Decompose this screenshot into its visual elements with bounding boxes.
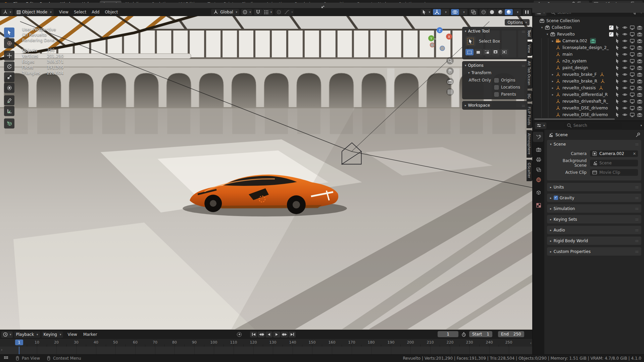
viewport-menu-item[interactable]: Select [71, 10, 89, 14]
disable-viewport-icon[interactable] [629, 99, 635, 104]
disable-render-icon[interactable] [637, 32, 643, 37]
mode-subtract[interactable] [483, 49, 491, 55]
selectable-icon[interactable] [614, 65, 621, 70]
hide-eye-icon[interactable] [622, 65, 628, 70]
properties-editor-type-button[interactable]: ▾ [535, 122, 546, 129]
outliner-row[interactable]: revuelto_chassis [533, 85, 644, 91]
checkbox[interactable] [494, 78, 499, 83]
hide-eye-icon[interactable] [622, 25, 628, 30]
shading-solid-button[interactable] [488, 9, 496, 15]
object-name[interactable]: revuelto_differential_R [562, 92, 608, 97]
panel-checkbox[interactable] [554, 196, 558, 200]
disable-viewport-icon[interactable] [629, 25, 635, 30]
hide-eye-icon[interactable] [622, 72, 628, 77]
object-name[interactable]: Scene Collection [546, 18, 580, 23]
chevron-down-icon[interactable]: ▾ [640, 124, 642, 127]
disable-render-icon[interactable] [637, 105, 643, 111]
object-name[interactable]: paint_design [562, 65, 588, 70]
properties-tab[interactable] [533, 165, 544, 175]
pan-hand-icon[interactable] [446, 67, 454, 75]
disable-viewport-icon[interactable] [629, 72, 635, 77]
object-name[interactable]: revuelto_brake_F [562, 72, 597, 77]
disable-viewport-icon[interactable] [629, 32, 635, 37]
affect-checkbox-row[interactable]: Parents [494, 92, 524, 97]
outliner-row[interactable]: main [533, 51, 644, 58]
expand-arrow-icon[interactable] [550, 93, 555, 96]
collection-checkbox[interactable] [609, 25, 613, 30]
shading-dropdown[interactable]: ▾ [513, 9, 521, 15]
object-name[interactable]: Revuelto [557, 32, 575, 37]
navigation-gizmo[interactable]: Z X Y [427, 25, 456, 55]
field-value[interactable]: Scene [590, 160, 638, 166]
disable-viewport-icon[interactable] [629, 85, 635, 91]
orientation-dropdown[interactable]: Global▾ [211, 9, 239, 15]
tool-transform[interactable] [4, 83, 14, 93]
outliner-row[interactable]: revuelto_brake_R [533, 78, 644, 85]
object-name[interactable]: revuelto_chassis [562, 86, 596, 90]
panel-header[interactable]: ▸ Keying Sets :::: [547, 215, 641, 223]
checkbox[interactable] [494, 85, 499, 90]
object-name[interactable]: Camera.002 [562, 39, 587, 43]
timeline-ruler[interactable]: 1020304050607080901001101201301401501601… [0, 339, 532, 347]
hide-eye-icon[interactable] [622, 105, 628, 111]
disable-render-icon[interactable] [637, 25, 643, 30]
timeline-menu-item[interactable]: Marker [80, 332, 100, 337]
expand-arrow-icon[interactable] [550, 80, 555, 83]
disable-viewport-icon[interactable] [629, 92, 635, 97]
next-keyframe-button[interactable] [281, 331, 288, 338]
active-tool-header[interactable]: ▾Active Tool:::: [462, 28, 528, 35]
object-name[interactable]: licenseplate_design_2_ [562, 45, 609, 50]
workspace-header[interactable]: ▸Workspace:::: [462, 102, 528, 109]
play-button[interactable] [273, 331, 280, 338]
mode-dropdown[interactable]: Object Mode ▾ [15, 9, 54, 15]
outliner-row[interactable]: Collection [533, 24, 644, 31]
viewport-3d[interactable]: ▾ Object Mode ▾ ViewSelectAddObject Glob… [0, 8, 532, 330]
hide-eye-icon[interactable] [622, 45, 628, 50]
panel-header[interactable]: ▸ Units :::: [547, 183, 641, 191]
zoom-icon[interactable] [446, 57, 454, 64]
auto-keying-toggle[interactable] [237, 331, 242, 338]
selectable-icon[interactable] [614, 58, 621, 64]
jump-to-start-button[interactable] [250, 331, 257, 338]
disable-render-icon[interactable] [637, 72, 643, 77]
selectable-icon[interactable] [614, 25, 621, 30]
hide-eye-icon[interactable] [622, 112, 628, 117]
outliner-row[interactable]: revuelto_driveshaft_R_ [533, 98, 644, 105]
selectable-icon[interactable] [614, 92, 621, 97]
disable-render-icon[interactable] [637, 79, 643, 84]
timeline-dropdown[interactable]: Keying▾ [42, 331, 63, 338]
disable-render-icon[interactable] [637, 45, 643, 50]
outliner-hscrollbar[interactable] [534, 118, 615, 120]
panel-header[interactable]: ▸ Rigid Body World :::: [547, 237, 641, 245]
timeline-dropdown[interactable]: Playback▾ [14, 331, 40, 338]
properties-tab[interactable] [533, 145, 544, 155]
outliner-row[interactable]: Camera.002 [533, 38, 644, 44]
hide-eye-icon[interactable] [622, 58, 628, 64]
expand-arrow-icon[interactable] [550, 73, 555, 76]
pin-icon[interactable] [635, 132, 641, 138]
selectable-icon[interactable] [614, 85, 621, 91]
mode-extend[interactable] [474, 49, 482, 55]
tool-annotate[interactable] [4, 95, 14, 105]
outliner-row[interactable]: paint_design [533, 64, 644, 71]
timeline-menu-item[interactable]: View [64, 332, 80, 337]
object-name[interactable]: revuelto_driveshaft_R_ [562, 99, 608, 104]
ruler-right-arrow[interactable]: ‹ [530, 341, 532, 345]
panel-header[interactable]: ▸ Gravity :::: [547, 194, 641, 202]
mode-set[interactable] [465, 49, 474, 55]
outliner-row[interactable]: revuelto_DSE_drivemo [533, 105, 644, 111]
hide-eye-icon[interactable] [622, 85, 628, 91]
tool-select-box[interactable] [4, 28, 14, 38]
hide-eye-icon[interactable] [622, 32, 628, 37]
frame-start-field[interactable]: Start1 [469, 331, 492, 337]
properties-search-input[interactable]: Search [564, 122, 622, 128]
pivot-point-dropdown[interactable]: ▾ [241, 9, 252, 15]
hide-eye-icon[interactable] [622, 92, 628, 97]
panel-header[interactable]: ▸ Audio :::: [547, 226, 641, 234]
disable-render-icon[interactable] [637, 112, 643, 117]
viewport-menu-item[interactable]: View [56, 10, 71, 14]
selectable-icon[interactable] [614, 79, 621, 84]
object-name[interactable]: main [562, 52, 573, 57]
disable-render-icon[interactable] [637, 38, 643, 44]
visibility-dropdown[interactable]: ▾ [420, 9, 431, 15]
